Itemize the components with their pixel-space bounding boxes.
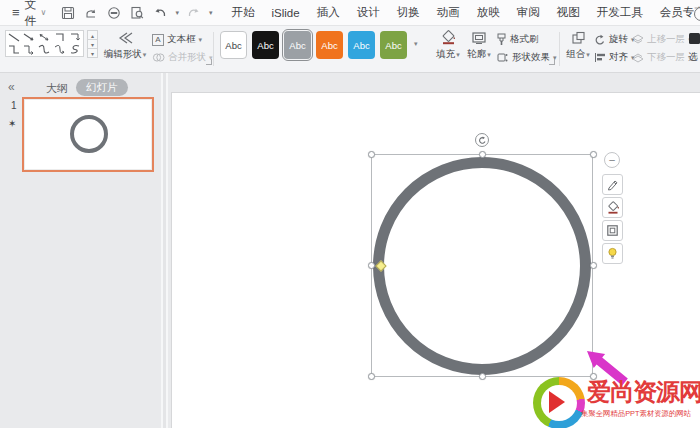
- outline-button[interactable]: 轮廓▾: [464, 30, 494, 61]
- tab-view[interactable]: 视图: [554, 3, 583, 22]
- ribbon-separator: [213, 32, 214, 66]
- merge-shapes-icon: [152, 52, 165, 63]
- shape-effects-button[interactable]: 形状效果 ▾: [496, 51, 557, 64]
- rotate-button[interactable]: 旋转 ▾: [594, 33, 635, 46]
- align-label: 对齐: [609, 51, 628, 64]
- selection-pane-label-clipped[interactable]: 选: [688, 51, 698, 64]
- tab-developer[interactable]: 开发工具: [594, 3, 646, 22]
- dialog-launcher-icon[interactable]: [206, 59, 212, 65]
- tab-transitions[interactable]: 切换: [394, 3, 423, 22]
- format-painter-label: 格式刷: [510, 33, 539, 46]
- qat-customize-caret[interactable]: ▾: [209, 9, 213, 17]
- group-label: 组合: [566, 48, 585, 61]
- shape-elbow-connector-arrow[interactable]: [21, 44, 36, 57]
- shape-curved-connector-arrow[interactable]: [52, 44, 67, 57]
- handle-bottom-left[interactable]: [368, 373, 375, 380]
- slide-thumbnail[interactable]: [22, 97, 154, 172]
- panel-splitter[interactable]: [158, 73, 171, 428]
- print-preview-icon: [130, 6, 144, 20]
- text-box-label: 文本框: [167, 33, 196, 46]
- tab-animation[interactable]: 动画: [434, 3, 463, 22]
- shape-s-curve[interactable]: [68, 44, 83, 57]
- slide-number: 1: [11, 100, 17, 111]
- rotate-icon: [594, 34, 606, 46]
- slide-panel-header: « 大纲 幻灯片: [0, 79, 158, 97]
- caret-icon: ▾: [143, 51, 147, 59]
- style-chip-black[interactable]: Abc: [252, 31, 279, 59]
- bring-forward-icon: [632, 34, 644, 45]
- shape-line-arrow[interactable]: [21, 31, 36, 44]
- save-button[interactable]: [60, 5, 76, 21]
- style-chip-green[interactable]: Abc: [380, 31, 407, 59]
- quick-style-button[interactable]: [602, 174, 623, 195]
- handle-top-left[interactable]: [368, 151, 375, 158]
- selection-pane-label: 选: [688, 51, 698, 64]
- collapse-panel-icon[interactable]: «: [8, 80, 15, 94]
- export-button[interactable]: [83, 5, 99, 21]
- shape-elbow[interactable]: [52, 31, 67, 44]
- print-button[interactable]: [106, 5, 122, 21]
- paint-bucket-icon: [606, 201, 620, 215]
- send-backward-label: 下移一层: [647, 51, 685, 64]
- handle-top-right[interactable]: [590, 151, 597, 158]
- style-chip-gray-selected[interactable]: Abc: [284, 31, 311, 59]
- recommend-button[interactable]: [602, 243, 623, 264]
- handle-bottom-middle[interactable]: [479, 373, 486, 380]
- tab-slides[interactable]: 幻灯片: [76, 79, 128, 96]
- align-button[interactable]: 对齐 ▾: [594, 51, 635, 64]
- redo-button[interactable]: [186, 5, 202, 21]
- merge-shapes-label: 合并形状: [168, 51, 206, 64]
- style-chip-blue[interactable]: Abc: [348, 31, 375, 59]
- shape-curved-connector[interactable]: [37, 44, 52, 57]
- tab-insert[interactable]: 插入: [314, 3, 343, 22]
- tab-design[interactable]: 设计: [354, 3, 383, 22]
- group-button[interactable]: 组合▾: [562, 30, 594, 61]
- gallery-more-button[interactable]: ▾: [87, 48, 98, 58]
- caret-icon: ▾: [487, 51, 491, 59]
- selection-pane-button-clipped[interactable]: [688, 32, 700, 45]
- shape-elbow-connector[interactable]: [6, 44, 21, 57]
- style-gallery-more-button[interactable]: ▾: [414, 40, 418, 48]
- format-painter-button[interactable]: 格式刷: [496, 33, 539, 46]
- caret-icon: ▾: [199, 36, 203, 44]
- undo-button[interactable]: [152, 5, 168, 21]
- rotate-handle[interactable]: [475, 133, 489, 147]
- shape-elbow-arrow[interactable]: [68, 31, 83, 44]
- chevron-down-icon: ∨: [41, 8, 47, 17]
- outline-label: 轮廓: [467, 48, 486, 61]
- fill-icon: [440, 30, 457, 45]
- text-box-button[interactable]: A 文本框 ▾: [152, 33, 202, 46]
- fill-button[interactable]: 填充▾: [432, 30, 464, 61]
- dialog-launcher-icon[interactable]: [549, 59, 555, 65]
- style-chip-orange[interactable]: Abc: [316, 31, 343, 59]
- shape-effects-label: 形状效果: [512, 51, 550, 64]
- send-backward-button[interactable]: 下移一层 ▾: [632, 51, 692, 64]
- wps-presentation-window: ≡ 文件 ∨: [0, 0, 700, 428]
- shape-line[interactable]: [6, 31, 21, 44]
- bring-forward-button[interactable]: 上移一层 ▾: [632, 33, 692, 46]
- selection-pane-icon: [688, 32, 700, 45]
- tab-review[interactable]: 审阅: [514, 3, 543, 22]
- tab-slideshow[interactable]: 放映: [474, 3, 503, 22]
- thumbnail-circle-shape: [70, 115, 108, 153]
- workspace: « 大纲 幻灯片 1 ✶ –: [0, 73, 700, 428]
- circle-shape[interactable]: [373, 157, 591, 375]
- rotate-handle-icon: [478, 136, 487, 145]
- print-icon: [107, 6, 121, 20]
- merge-shapes-button[interactable]: 合并形状 ▾: [152, 51, 213, 64]
- hamburger-icon[interactable]: ≡: [12, 5, 20, 20]
- collapse-mini-toolbar-button[interactable]: –: [604, 152, 620, 168]
- watermark-logo: [533, 377, 585, 428]
- style-chip-white[interactable]: Abc: [220, 31, 247, 59]
- tab-home[interactable]: 开始: [228, 3, 257, 22]
- edit-shape-button[interactable]: 编辑形状▾: [101, 30, 149, 61]
- handle-top-middle[interactable]: [479, 151, 486, 158]
- outline-color-button[interactable]: [602, 220, 623, 241]
- print-preview-button[interactable]: [129, 5, 145, 21]
- shape-line-double-arrow[interactable]: [37, 31, 52, 44]
- fill-color-button[interactable]: [602, 197, 623, 218]
- tab-outline[interactable]: 大纲: [46, 81, 68, 96]
- tab-islide[interactable]: iSlide: [268, 5, 302, 21]
- undo-dropdown-caret[interactable]: ▾: [175, 9, 179, 17]
- handle-middle-right[interactable]: [590, 262, 597, 269]
